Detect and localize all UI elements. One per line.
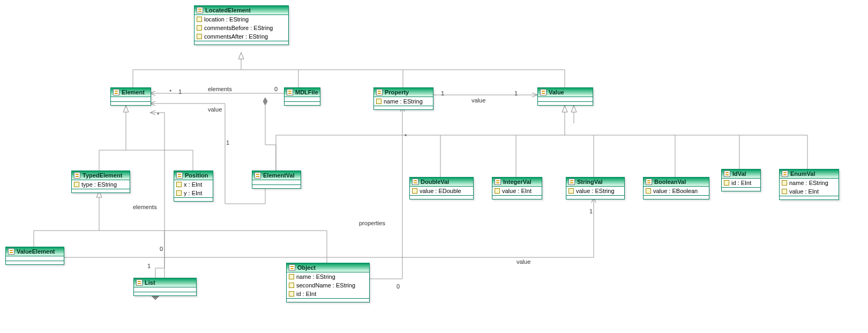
attr: x : EInt: [184, 181, 202, 188]
class-list: List: [133, 278, 197, 296]
class-stringval: StringVal value : EString: [566, 177, 625, 199]
mult-star-props: *: [405, 133, 407, 139]
attr-icon: [724, 180, 729, 186]
attr: value : EString: [576, 188, 615, 194]
attr-icon: [782, 189, 787, 194]
attr: value : EBoolean: [653, 188, 698, 194]
class-name: IntegerVal: [503, 179, 532, 185]
attr: y : EInt: [184, 190, 202, 196]
class-name: Property: [385, 89, 409, 95]
mult-one-val: 1: [514, 90, 518, 97]
attr: commentsBefore : EString: [204, 25, 273, 31]
class-element: Element: [110, 87, 151, 106]
attr-icon: [412, 188, 417, 194]
mult-one-elemval: 1: [226, 139, 229, 146]
class-enumval: EnumVal name : EString value : EInt: [779, 169, 839, 200]
attr: value : EInt: [789, 188, 819, 195]
attr: value : EDouble: [420, 188, 461, 194]
class-name: EnumVal: [790, 171, 815, 177]
assoc-label-value-elemval: value: [208, 106, 222, 113]
class-name: Position: [185, 172, 208, 179]
class-name: BooleanVal: [654, 179, 686, 185]
class-typed-element: TypedElement type : EString: [71, 171, 130, 193]
class-name: DoubleVal: [421, 179, 449, 185]
attr: commentsAfter : EString: [204, 33, 268, 40]
class-name: IdVal: [732, 171, 746, 177]
class-name: Object: [297, 264, 316, 271]
attr-icon: [782, 180, 787, 186]
mult-star-1: *: [169, 88, 171, 95]
mult-one-prop: 1: [441, 90, 444, 97]
class-name: StringVal: [577, 179, 603, 185]
attr: name : EString: [296, 273, 335, 280]
class-name: List: [145, 279, 155, 286]
class-icon: [113, 89, 119, 95]
class-icon: [136, 279, 143, 286]
class-name: MDLFile: [295, 89, 318, 95]
attr-icon: [197, 34, 202, 39]
class-mdlfile: MDLFile: [284, 87, 320, 106]
attr-icon: [376, 99, 381, 104]
attr: id : EInt: [731, 180, 751, 186]
attr: secondName : EString: [296, 282, 355, 288]
class-icon: [724, 171, 730, 177]
attr: name : EString: [384, 98, 423, 105]
class-idval: IdVal id : EInt: [721, 169, 761, 191]
class-name: TypedElement: [83, 172, 122, 179]
attr: id : EInt: [296, 291, 316, 297]
class-header: LocatedElement: [194, 6, 288, 15]
assoc-label-elements: elements: [208, 86, 232, 92]
class-icon: [568, 179, 575, 185]
mult-one-list: 1: [147, 263, 151, 269]
attr-icon: [197, 17, 202, 22]
class-icon: [255, 172, 261, 179]
class-icon: [176, 172, 183, 179]
attr-icon: [176, 182, 182, 187]
class-icon: [74, 172, 80, 179]
class-booleanval: BooleanVal value : EBoolean: [643, 177, 709, 199]
attr-icon: [568, 188, 574, 194]
mult-zero-1: 0: [274, 86, 278, 92]
class-object: Object name : EString secondName : EStri…: [286, 263, 370, 302]
attr-icon: [74, 182, 79, 187]
class-icon: [197, 7, 203, 13]
mult-zero-props: 0: [396, 283, 400, 290]
class-name: ValueElement: [17, 248, 55, 255]
class-located-element: LocatedElement location : EString commen…: [194, 5, 289, 45]
mult-star-list: *: [157, 112, 159, 118]
assoc-label-value-valelem: value: [517, 258, 530, 265]
class-icon: [8, 248, 14, 255]
assoc-label-properties: properties: [359, 220, 385, 226]
attr: type : EString: [81, 181, 117, 188]
attr-icon: [495, 188, 500, 194]
class-icon: [495, 179, 501, 185]
class-name: ElementVal: [263, 172, 295, 179]
attr: location : EString: [204, 16, 249, 23]
class-icon: [289, 264, 295, 271]
class-icon: [646, 179, 652, 185]
class-icon: [782, 171, 788, 177]
class-icon: [376, 89, 383, 95]
class-elementval: ElementVal: [252, 171, 301, 189]
class-integerval: IntegerVal value : EInt: [492, 177, 542, 199]
class-valueelement: ValueElement: [5, 247, 64, 265]
attr-icon: [197, 25, 202, 31]
class-icon: [412, 179, 418, 185]
connector-layer: [0, 0, 868, 333]
assoc-label-elements-list: elements: [133, 204, 157, 210]
mult-one-strval: 1: [589, 208, 593, 214]
class-value: Value: [537, 87, 593, 106]
class-name: Element: [122, 89, 145, 95]
class-icon: [540, 89, 547, 95]
mult-zero-list: 0: [160, 246, 163, 252]
attr-icon: [289, 291, 294, 297]
class-doubleval: DoubleVal value : EDouble: [409, 177, 474, 199]
attr: name : EString: [789, 180, 828, 186]
class-name: LocatedElement: [205, 7, 251, 13]
class-property: Property name : EString: [373, 87, 433, 110]
mult-one-1: 1: [178, 88, 182, 95]
attr: value : EInt: [502, 188, 532, 194]
class-name: Value: [549, 89, 564, 95]
attr-icon: [289, 283, 294, 288]
attr-icon: [289, 274, 294, 279]
